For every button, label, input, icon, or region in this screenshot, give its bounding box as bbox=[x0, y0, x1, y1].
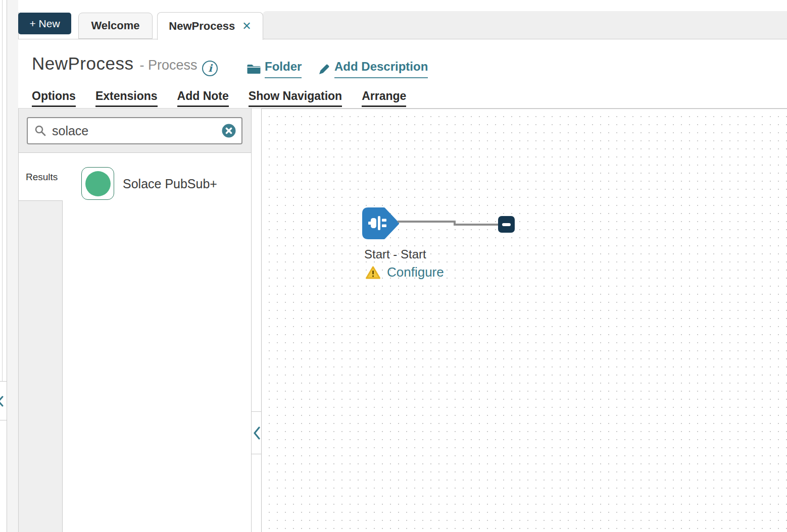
add-description-link[interactable]: Add Description bbox=[318, 60, 428, 78]
app-window: + New Welcome NewProcess ✕ NewProcess - … bbox=[0, 0, 787, 532]
sidebar-tab-column bbox=[19, 200, 63, 532]
start-step-shape[interactable] bbox=[362, 207, 400, 240]
new-button[interactable]: + New bbox=[18, 13, 71, 34]
result-item-icon[interactable] bbox=[81, 167, 114, 200]
search-input[interactable]: solace bbox=[27, 117, 242, 144]
chevron-left-icon bbox=[253, 425, 261, 441]
warning-icon bbox=[365, 265, 381, 280]
info-icon[interactable]: i bbox=[202, 61, 218, 76]
stop-endpoint-shape[interactable] bbox=[498, 216, 515, 233]
sidebar-border bbox=[251, 109, 252, 532]
connector-segment[interactable] bbox=[398, 221, 455, 223]
menu-item-options[interactable]: Options bbox=[32, 89, 76, 107]
tab-welcome[interactable]: Welcome bbox=[78, 13, 153, 39]
menu-item-arrange[interactable]: Arrange bbox=[362, 89, 406, 107]
process-canvas[interactable]: Start - Start Configure bbox=[261, 109, 787, 532]
results-tab[interactable]: Results bbox=[19, 153, 63, 200]
sidebar-collapse-button[interactable] bbox=[253, 425, 261, 441]
title-row: NewProcess - Process i bbox=[32, 54, 218, 74]
minus-icon bbox=[502, 223, 511, 226]
exclamation-mark bbox=[372, 271, 374, 274]
process-menu: Options Extensions Add Note Show Navigat… bbox=[32, 89, 406, 107]
outer-collapse-button[interactable] bbox=[0, 381, 7, 420]
connector-segment[interactable] bbox=[455, 224, 499, 226]
page-title: NewProcess bbox=[32, 54, 133, 74]
menu-item-extensions[interactable]: Extensions bbox=[95, 89, 158, 107]
tab-newprocess[interactable]: NewProcess ✕ bbox=[157, 12, 263, 40]
menu-item-show-navigation[interactable]: Show Navigation bbox=[249, 89, 342, 107]
process-header: NewProcess - Process i Folder Add Descri… bbox=[18, 39, 787, 109]
clear-search-button[interactable] bbox=[222, 124, 236, 138]
results-tab-label: Results bbox=[26, 172, 58, 183]
result-item-label[interactable]: Solace PubSub+ bbox=[123, 177, 217, 191]
configure-row: Configure bbox=[365, 264, 444, 280]
outer-panel-edge bbox=[2, 0, 3, 381]
collapse-button-border bbox=[252, 454, 261, 454]
tab-close-icon[interactable]: ✕ bbox=[242, 20, 251, 33]
menu-item-add-note[interactable]: Add Note bbox=[177, 89, 229, 107]
search-value[interactable]: solace bbox=[52, 124, 222, 138]
solace-connector-icon bbox=[85, 171, 111, 196]
tab-newprocess-label: NewProcess bbox=[169, 20, 235, 33]
start-step-label: Start - Start bbox=[364, 247, 426, 261]
add-description-label: Add Description bbox=[334, 60, 428, 78]
collapse-button-border bbox=[252, 411, 261, 412]
shape-search-section: solace bbox=[19, 109, 251, 153]
pencil-icon bbox=[318, 63, 330, 75]
left-gutter bbox=[7, 0, 18, 532]
folder-link-label: Folder bbox=[265, 60, 302, 78]
configure-link[interactable]: Configure bbox=[387, 264, 444, 280]
folder-link[interactable]: Folder bbox=[247, 60, 302, 78]
page-subtitle: - Process bbox=[139, 58, 197, 73]
tab-strip-background bbox=[263, 11, 787, 40]
folder-icon bbox=[247, 63, 261, 75]
circle-x-icon bbox=[222, 124, 236, 138]
tab-welcome-label: Welcome bbox=[91, 19, 139, 32]
chevron-left-icon bbox=[0, 395, 5, 407]
search-icon bbox=[34, 125, 46, 137]
